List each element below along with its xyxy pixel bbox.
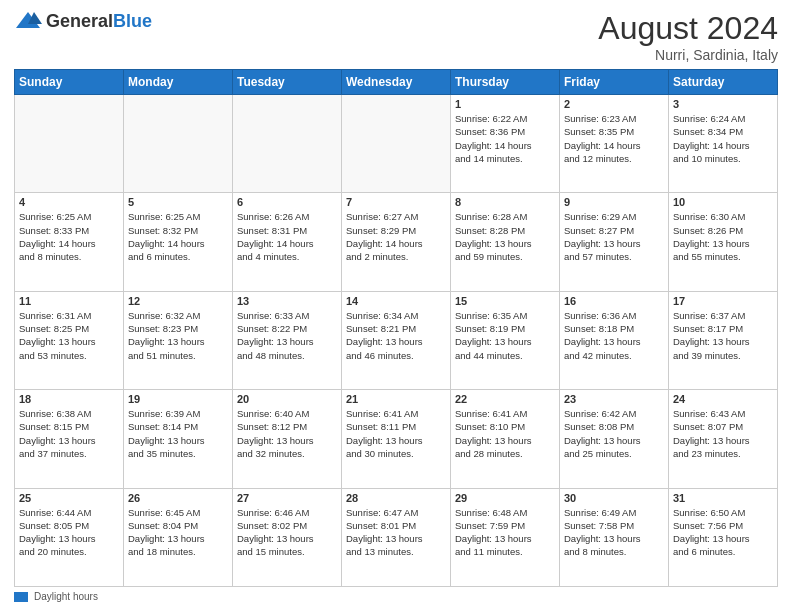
calendar-cell: 13Sunrise: 6:33 AM Sunset: 8:22 PM Dayli… bbox=[233, 291, 342, 389]
day-info: Sunrise: 6:46 AM Sunset: 8:02 PM Dayligh… bbox=[237, 506, 337, 559]
calendar-cell: 15Sunrise: 6:35 AM Sunset: 8:19 PM Dayli… bbox=[451, 291, 560, 389]
logo-general: General bbox=[46, 11, 113, 31]
day-number: 16 bbox=[564, 295, 664, 307]
day-info: Sunrise: 6:25 AM Sunset: 8:32 PM Dayligh… bbox=[128, 210, 228, 263]
calendar-cell: 1Sunrise: 6:22 AM Sunset: 8:36 PM Daylig… bbox=[451, 95, 560, 193]
day-number: 19 bbox=[128, 393, 228, 405]
calendar-cell: 5Sunrise: 6:25 AM Sunset: 8:32 PM Daylig… bbox=[124, 193, 233, 291]
day-info: Sunrise: 6:44 AM Sunset: 8:05 PM Dayligh… bbox=[19, 506, 119, 559]
day-number: 11 bbox=[19, 295, 119, 307]
calendar-cell: 11Sunrise: 6:31 AM Sunset: 8:25 PM Dayli… bbox=[15, 291, 124, 389]
calendar-cell: 23Sunrise: 6:42 AM Sunset: 8:08 PM Dayli… bbox=[560, 390, 669, 488]
calendar-cell: 20Sunrise: 6:40 AM Sunset: 8:12 PM Dayli… bbox=[233, 390, 342, 488]
calendar-cell: 22Sunrise: 6:41 AM Sunset: 8:10 PM Dayli… bbox=[451, 390, 560, 488]
day-info: Sunrise: 6:26 AM Sunset: 8:31 PM Dayligh… bbox=[237, 210, 337, 263]
day-header-thursday: Thursday bbox=[451, 70, 560, 95]
calendar-cell: 24Sunrise: 6:43 AM Sunset: 8:07 PM Dayli… bbox=[669, 390, 778, 488]
day-number: 12 bbox=[128, 295, 228, 307]
day-number: 9 bbox=[564, 196, 664, 208]
logo-blue: Blue bbox=[113, 11, 152, 31]
day-number: 26 bbox=[128, 492, 228, 504]
calendar-cell: 27Sunrise: 6:46 AM Sunset: 8:02 PM Dayli… bbox=[233, 488, 342, 586]
calendar-cell: 28Sunrise: 6:47 AM Sunset: 8:01 PM Dayli… bbox=[342, 488, 451, 586]
day-info: Sunrise: 6:36 AM Sunset: 8:18 PM Dayligh… bbox=[564, 309, 664, 362]
calendar-cell: 17Sunrise: 6:37 AM Sunset: 8:17 PM Dayli… bbox=[669, 291, 778, 389]
footer: Daylight hours bbox=[14, 591, 778, 602]
calendar-header-row: SundayMondayTuesdayWednesdayThursdayFrid… bbox=[15, 70, 778, 95]
calendar-table: SundayMondayTuesdayWednesdayThursdayFrid… bbox=[14, 69, 778, 587]
day-info: Sunrise: 6:33 AM Sunset: 8:22 PM Dayligh… bbox=[237, 309, 337, 362]
day-number: 3 bbox=[673, 98, 773, 110]
day-info: Sunrise: 6:23 AM Sunset: 8:35 PM Dayligh… bbox=[564, 112, 664, 165]
day-number: 29 bbox=[455, 492, 555, 504]
calendar-cell bbox=[342, 95, 451, 193]
calendar-cell: 19Sunrise: 6:39 AM Sunset: 8:14 PM Dayli… bbox=[124, 390, 233, 488]
day-number: 8 bbox=[455, 196, 555, 208]
day-info: Sunrise: 6:32 AM Sunset: 8:23 PM Dayligh… bbox=[128, 309, 228, 362]
day-number: 15 bbox=[455, 295, 555, 307]
day-number: 30 bbox=[564, 492, 664, 504]
day-number: 18 bbox=[19, 393, 119, 405]
calendar-cell bbox=[124, 95, 233, 193]
day-number: 22 bbox=[455, 393, 555, 405]
day-info: Sunrise: 6:35 AM Sunset: 8:19 PM Dayligh… bbox=[455, 309, 555, 362]
calendar-week-4: 18Sunrise: 6:38 AM Sunset: 8:15 PM Dayli… bbox=[15, 390, 778, 488]
calendar-cell: 12Sunrise: 6:32 AM Sunset: 8:23 PM Dayli… bbox=[124, 291, 233, 389]
calendar-week-3: 11Sunrise: 6:31 AM Sunset: 8:25 PM Dayli… bbox=[15, 291, 778, 389]
day-number: 17 bbox=[673, 295, 773, 307]
day-header-wednesday: Wednesday bbox=[342, 70, 451, 95]
day-number: 7 bbox=[346, 196, 446, 208]
logo-icon bbox=[14, 10, 42, 32]
calendar-cell: 25Sunrise: 6:44 AM Sunset: 8:05 PM Dayli… bbox=[15, 488, 124, 586]
day-number: 2 bbox=[564, 98, 664, 110]
day-info: Sunrise: 6:27 AM Sunset: 8:29 PM Dayligh… bbox=[346, 210, 446, 263]
page: GeneralBlue August 2024 Nurri, Sardinia,… bbox=[0, 0, 792, 612]
header: GeneralBlue August 2024 Nurri, Sardinia,… bbox=[14, 10, 778, 63]
day-header-friday: Friday bbox=[560, 70, 669, 95]
day-info: Sunrise: 6:41 AM Sunset: 8:11 PM Dayligh… bbox=[346, 407, 446, 460]
day-number: 14 bbox=[346, 295, 446, 307]
calendar-cell: 9Sunrise: 6:29 AM Sunset: 8:27 PM Daylig… bbox=[560, 193, 669, 291]
day-info: Sunrise: 6:41 AM Sunset: 8:10 PM Dayligh… bbox=[455, 407, 555, 460]
calendar-cell: 4Sunrise: 6:25 AM Sunset: 8:33 PM Daylig… bbox=[15, 193, 124, 291]
day-number: 20 bbox=[237, 393, 337, 405]
day-info: Sunrise: 6:40 AM Sunset: 8:12 PM Dayligh… bbox=[237, 407, 337, 460]
day-info: Sunrise: 6:25 AM Sunset: 8:33 PM Dayligh… bbox=[19, 210, 119, 263]
day-info: Sunrise: 6:38 AM Sunset: 8:15 PM Dayligh… bbox=[19, 407, 119, 460]
day-number: 25 bbox=[19, 492, 119, 504]
title-block: August 2024 Nurri, Sardinia, Italy bbox=[598, 10, 778, 63]
day-number: 4 bbox=[19, 196, 119, 208]
day-info: Sunrise: 6:29 AM Sunset: 8:27 PM Dayligh… bbox=[564, 210, 664, 263]
day-number: 13 bbox=[237, 295, 337, 307]
day-number: 5 bbox=[128, 196, 228, 208]
calendar-cell: 29Sunrise: 6:48 AM Sunset: 7:59 PM Dayli… bbox=[451, 488, 560, 586]
day-info: Sunrise: 6:47 AM Sunset: 8:01 PM Dayligh… bbox=[346, 506, 446, 559]
day-info: Sunrise: 6:45 AM Sunset: 8:04 PM Dayligh… bbox=[128, 506, 228, 559]
calendar-cell: 8Sunrise: 6:28 AM Sunset: 8:28 PM Daylig… bbox=[451, 193, 560, 291]
calendar-cell: 21Sunrise: 6:41 AM Sunset: 8:11 PM Dayli… bbox=[342, 390, 451, 488]
day-info: Sunrise: 6:30 AM Sunset: 8:26 PM Dayligh… bbox=[673, 210, 773, 263]
day-header-saturday: Saturday bbox=[669, 70, 778, 95]
location: Nurri, Sardinia, Italy bbox=[598, 47, 778, 63]
day-info: Sunrise: 6:37 AM Sunset: 8:17 PM Dayligh… bbox=[673, 309, 773, 362]
day-header-tuesday: Tuesday bbox=[233, 70, 342, 95]
calendar-cell bbox=[233, 95, 342, 193]
calendar-cell: 7Sunrise: 6:27 AM Sunset: 8:29 PM Daylig… bbox=[342, 193, 451, 291]
day-info: Sunrise: 6:28 AM Sunset: 8:28 PM Dayligh… bbox=[455, 210, 555, 263]
calendar-cell: 31Sunrise: 6:50 AM Sunset: 7:56 PM Dayli… bbox=[669, 488, 778, 586]
daylight-swatch bbox=[14, 592, 28, 602]
day-info: Sunrise: 6:48 AM Sunset: 7:59 PM Dayligh… bbox=[455, 506, 555, 559]
day-number: 24 bbox=[673, 393, 773, 405]
day-info: Sunrise: 6:24 AM Sunset: 8:34 PM Dayligh… bbox=[673, 112, 773, 165]
calendar-week-2: 4Sunrise: 6:25 AM Sunset: 8:33 PM Daylig… bbox=[15, 193, 778, 291]
calendar-cell: 14Sunrise: 6:34 AM Sunset: 8:21 PM Dayli… bbox=[342, 291, 451, 389]
calendar-cell: 18Sunrise: 6:38 AM Sunset: 8:15 PM Dayli… bbox=[15, 390, 124, 488]
footer-label: Daylight hours bbox=[34, 591, 98, 602]
day-info: Sunrise: 6:43 AM Sunset: 8:07 PM Dayligh… bbox=[673, 407, 773, 460]
calendar-cell: 3Sunrise: 6:24 AM Sunset: 8:34 PM Daylig… bbox=[669, 95, 778, 193]
day-header-sunday: Sunday bbox=[15, 70, 124, 95]
day-info: Sunrise: 6:22 AM Sunset: 8:36 PM Dayligh… bbox=[455, 112, 555, 165]
day-number: 31 bbox=[673, 492, 773, 504]
day-number: 27 bbox=[237, 492, 337, 504]
calendar-cell: 6Sunrise: 6:26 AM Sunset: 8:31 PM Daylig… bbox=[233, 193, 342, 291]
